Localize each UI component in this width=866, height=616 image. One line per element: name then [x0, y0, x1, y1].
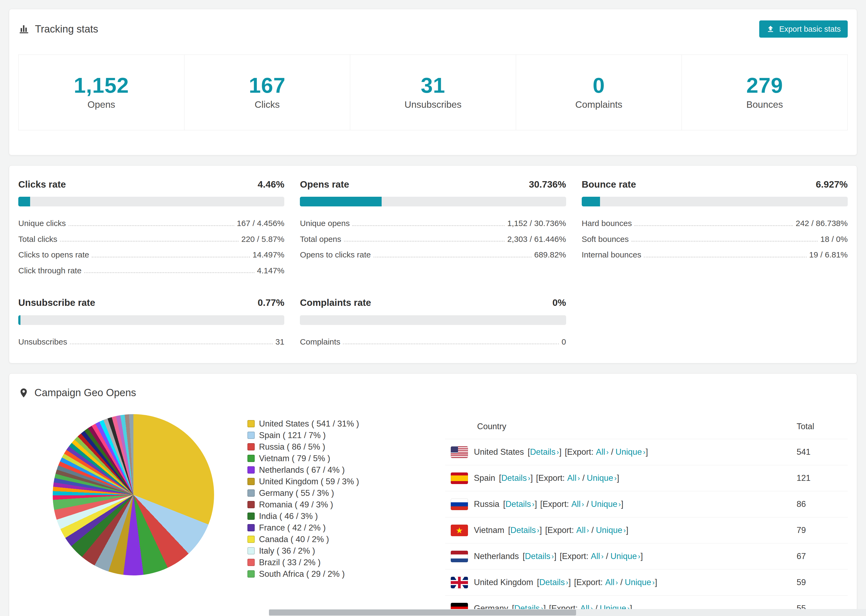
legend-label: Spain ( 121 / 7% ) — [259, 431, 326, 440]
details-link[interactable]: Details — [510, 525, 536, 535]
legend-label: Brazil ( 33 / 2% ) — [259, 558, 321, 567]
rate-detail-value: 18 / 0% — [820, 235, 848, 244]
stat-box: 0 Complaints — [516, 55, 682, 130]
details-link[interactable]: Details — [525, 552, 551, 561]
chevron-right-icon: › — [601, 552, 603, 561]
rate-detail-label: Total clicks — [18, 235, 57, 244]
bracket: [ — [536, 473, 538, 483]
chevron-right-icon: › — [614, 474, 617, 482]
rate-detail-value: 2,303 / 61.446% — [507, 235, 566, 244]
bracket: [ — [523, 552, 525, 561]
legend-color-swatch — [247, 536, 255, 543]
details-link[interactable]: Details — [501, 473, 527, 483]
rate-percent: 0.77% — [258, 297, 284, 308]
rate-detail-value: 31 — [276, 337, 284, 347]
rate-detail-row: Complaints 0 — [300, 334, 566, 350]
rate-progress-bar — [300, 315, 566, 325]
rate-detail-label: Soft bounces — [582, 235, 629, 244]
slash-separator: / — [591, 525, 594, 535]
chevron-right-icon: › — [619, 500, 621, 509]
legend-label: United Kingdom ( 59 / 3% ) — [259, 477, 359, 486]
rate-detail-rows: Unique opens 1,152 / 30.736% Total opens… — [300, 215, 566, 263]
dotted-leader — [644, 257, 806, 258]
legend-item: United States ( 541 / 31% ) — [247, 418, 359, 429]
dotted-leader — [631, 241, 817, 242]
bracket: [ — [545, 525, 548, 535]
details-link[interactable]: Details — [530, 447, 556, 457]
rate-detail-label: Unique opens — [300, 219, 350, 228]
bracket: [ — [508, 525, 510, 535]
rate-detail-value: 19 / 6.81% — [809, 250, 848, 259]
slash-separator: / — [620, 578, 623, 587]
rate-title: Clicks rate — [18, 179, 66, 190]
rate-header: Bounce rate 6.927% — [582, 179, 848, 190]
export-all-link[interactable]: All — [605, 578, 614, 587]
export-all-link[interactable]: All — [591, 552, 600, 561]
export-label: Export: — [562, 552, 589, 561]
chevron-right-icon: › — [606, 448, 609, 456]
chevron-right-icon: › — [652, 578, 655, 587]
chevron-right-icon: › — [624, 526, 626, 534]
rate-detail-value: 242 / 86.738% — [795, 219, 848, 228]
rate-block: Opens rate 30.736% Unique opens 1,152 / … — [300, 179, 566, 278]
dotted-leader — [373, 257, 531, 258]
details-link[interactable]: Details — [505, 499, 531, 509]
export-all-link[interactable]: All — [596, 447, 605, 457]
export-basic-stats-button[interactable]: Export basic stats — [759, 20, 848, 38]
rate-detail-row: Unique opens 1,152 / 30.736% — [300, 215, 566, 231]
country-flag-icon — [451, 498, 468, 510]
chevron-right-icon: › — [532, 500, 534, 509]
rate-detail-label: Clicks to opens rate — [18, 250, 89, 259]
rate-progress-bar — [300, 197, 566, 206]
legend-color-swatch — [247, 443, 255, 451]
rate-detail-label: Complaints — [300, 337, 340, 347]
legend-color-swatch — [247, 524, 255, 531]
rate-progress-fill — [582, 197, 600, 206]
country-flag-icon — [451, 525, 468, 536]
country-name: Vietnam — [474, 525, 504, 535]
rate-detail-rows: Unsubscribes 31 — [18, 334, 284, 350]
export-all-link[interactable]: All — [567, 473, 576, 483]
rate-header: Opens rate 30.736% — [300, 179, 566, 190]
country-column-header: Country — [445, 422, 797, 431]
slash-separator: / — [587, 499, 589, 509]
rate-detail-row: Opens to clicks rate 689.82% — [300, 247, 566, 263]
stat-box: 167 Clicks — [184, 55, 350, 130]
bracket: ] — [568, 578, 571, 587]
bracket: ] — [617, 473, 619, 483]
export-all-link[interactable]: All — [576, 525, 586, 535]
rate-title: Complaints rate — [300, 297, 371, 308]
legend-item: Brazil ( 33 / 2% ) — [247, 556, 359, 568]
geo-opens-card: Campaign Geo Opens United States ( 541 /… — [9, 373, 857, 616]
chevron-right-icon: › — [552, 552, 554, 561]
export-all-link[interactable]: All — [571, 499, 580, 509]
dotted-leader — [60, 241, 239, 242]
dotted-leader — [352, 225, 505, 226]
legend-item: Italy ( 36 / 2% ) — [247, 545, 359, 556]
export-unique-link[interactable]: Unique — [587, 473, 613, 483]
export-unique-link[interactable]: Unique — [611, 552, 637, 561]
details-link[interactable]: Details — [539, 578, 565, 587]
legend-item: Spain ( 121 / 7% ) — [247, 429, 359, 441]
export-unique-link[interactable]: Unique — [616, 447, 642, 457]
export-unique-link[interactable]: Unique — [625, 578, 651, 587]
horizontal-scrollbar-thumb[interactable] — [269, 610, 576, 616]
legend-label: Russia ( 86 / 5% ) — [259, 442, 325, 452]
slash-separator: / — [582, 473, 585, 483]
legend-color-swatch — [247, 547, 255, 555]
export-unique-link[interactable]: Unique — [596, 525, 622, 535]
legend-item: India ( 46 / 3% ) — [247, 511, 359, 522]
country-name: United States — [474, 447, 524, 457]
legend-item: Russia ( 86 / 5% ) — [247, 441, 359, 453]
horizontal-scrollbar[interactable] — [269, 609, 866, 616]
chevron-right-icon: › — [578, 474, 580, 482]
country-total: 67 — [797, 552, 848, 561]
geo-table-row: Russia [Details›] [Export:All›/Unique›] … — [445, 491, 848, 517]
chevron-right-icon: › — [557, 448, 559, 456]
stat-value: 0 — [519, 75, 679, 96]
country-flag-icon — [451, 577, 468, 588]
rate-detail-value: 167 / 4.456% — [237, 219, 285, 228]
country-cell: Russia [Details›] [Export:All›/Unique›] — [445, 498, 797, 510]
rate-detail-row: Total opens 2,303 / 61.446% — [300, 231, 566, 247]
export-unique-link[interactable]: Unique — [591, 499, 617, 509]
